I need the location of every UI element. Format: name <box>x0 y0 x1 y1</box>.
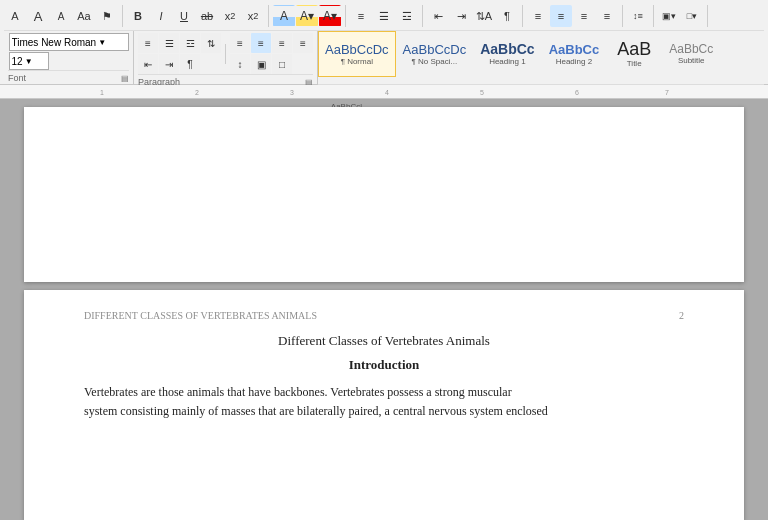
style-heading2-label: Heading 2 <box>556 57 592 66</box>
style-title-label: Title <box>627 59 642 68</box>
body-line1: Vertebrates are those animals that have … <box>84 383 684 402</box>
doc-title: Different Classes of Vertebrates Animals <box>84 333 684 349</box>
font-family-selector[interactable]: Times New Roman ▼ <box>9 33 129 51</box>
align-left-btn[interactable]: ≡ <box>527 5 549 27</box>
increase-indent-para-btn[interactable]: ⇥ <box>159 54 179 74</box>
style-subtitle-label: Subtitle <box>678 56 705 65</box>
numbering-para-btn[interactable]: ☰ <box>159 33 179 53</box>
document-area: DIFFERENT CLASSES OF VERTEBRATES ANIMALS… <box>0 99 768 520</box>
toolbar-row2: Times New Roman ▼ 12 ▼ Font ▤ <box>4 30 764 84</box>
page-2: DIFFERENT CLASSES OF VERTEBRATES ANIMALS… <box>24 290 744 520</box>
paragraph-section: ≡ ☰ ☲ ⇅ ⇤ ⇥ ¶ ≡ ≡ ≡ ≡ <box>134 31 318 84</box>
style-heading2[interactable]: AaBbCc Heading 2 <box>542 31 607 77</box>
show-para-btn[interactable]: ¶ <box>496 5 518 27</box>
styles-list: AaBbCcDc ¶ Normal AaBbCcDc ¶ No Spaci...… <box>318 31 764 84</box>
para-controls: ≡ ☰ ☲ ⇅ ⇤ ⇥ ¶ ≡ ≡ ≡ ≡ <box>138 33 313 74</box>
text-highlight-btn[interactable]: A▾ <box>296 5 318 27</box>
multilevel-para-btn[interactable]: ☲ <box>180 33 200 53</box>
shading-para-btn[interactable]: ▣ <box>251 54 271 74</box>
style-subtitle[interactable]: AaBbCc Subtitle <box>662 31 720 77</box>
spacing-group: ↕≡ <box>627 5 654 27</box>
align-right-btn[interactable]: ≡ <box>573 5 595 27</box>
italic-btn[interactable]: I <box>150 5 172 27</box>
toolbar-row1: A A A Aa ⚑ B I U ab x2 x2 A A▾ A▾ <box>4 2 764 30</box>
ruler: 1 2 3 4 5 6 7 <box>0 85 768 99</box>
para-btn-grid: ≡ ☰ ☲ ⇅ ⇤ ⇥ ¶ <box>138 33 221 74</box>
font-family-dropdown-icon[interactable]: ▼ <box>98 38 106 47</box>
numbering-btn[interactable]: ☰ <box>373 5 395 27</box>
font-controls: Times New Roman ▼ 12 ▼ <box>9 33 129 70</box>
style-heading1-label: Heading 1 <box>489 57 525 66</box>
style-no-spacing[interactable]: AaBbCcDc ¶ No Spaci... <box>396 31 474 77</box>
styles-section: AaBbCcDc ¶ Normal AaBbCcDc ¶ No Spaci...… <box>318 31 764 84</box>
clear-format-btn[interactable]: ⚑ <box>96 5 118 27</box>
subscript-btn[interactable]: x2 <box>219 5 241 27</box>
align-center-btn[interactable]: ≡ <box>550 5 572 27</box>
style-title-preview: AaB <box>617 40 651 58</box>
ruler-inner: 1 2 3 4 5 6 7 <box>0 85 768 98</box>
increase-indent-btn[interactable]: ⇥ <box>450 5 472 27</box>
font-dialog-btn[interactable]: A <box>4 5 26 27</box>
page-header: DIFFERENT CLASSES OF VERTEBRATES ANIMALS… <box>84 310 684 321</box>
show-marks-btn[interactable]: ¶ <box>180 54 200 74</box>
underline-btn[interactable]: U <box>173 5 195 27</box>
align-row1: ≡ ≡ ≡ ≡ <box>230 33 313 53</box>
list-group: ≡ ☰ ☲ <box>350 5 423 27</box>
shading-btn[interactable]: ▣▾ <box>658 5 680 27</box>
justify-btn[interactable]: ≡ <box>596 5 618 27</box>
decrease-indent-btn[interactable]: ⇤ <box>427 5 449 27</box>
align-left-para-btn[interactable]: ≡ <box>230 33 250 53</box>
change-case-btn[interactable]: Aa <box>73 5 95 27</box>
font-size-selector[interactable]: 12 ▼ <box>9 52 49 70</box>
strikethrough-btn[interactable]: ab <box>196 5 218 27</box>
page-number: 2 <box>679 310 684 321</box>
shading-group: ▣▾ □▾ <box>658 5 708 27</box>
style-no-spacing-preview: AaBbCcDc <box>403 43 467 56</box>
style-normal-label: ¶ Normal <box>341 57 373 66</box>
app-container: A A A Aa ⚑ B I U ab x2 x2 A A▾ A▾ <box>0 0 768 520</box>
page-1 <box>24 107 744 282</box>
text-style-group: B I U ab x2 x2 <box>127 5 269 27</box>
style-heading1-preview: AaBbCc <box>480 42 534 56</box>
multilevel-btn[interactable]: ☲ <box>396 5 418 27</box>
alignment-group: ≡ ≡ ≡ ≡ <box>527 5 623 27</box>
line-spacing-btn[interactable]: ↕≡ <box>627 5 649 27</box>
font-size-display: 12 <box>12 56 23 67</box>
font-size-dropdown-icon[interactable]: ▼ <box>25 57 33 66</box>
decrease-indent-para-btn[interactable]: ⇤ <box>138 54 158 74</box>
style-normal-preview: AaBbCcDc <box>325 43 389 56</box>
superscript-btn[interactable]: x2 <box>242 5 264 27</box>
font-format-group: A A A Aa ⚑ <box>4 5 123 27</box>
borders-para-btn[interactable]: □ <box>272 54 292 74</box>
effects-group: A A▾ A▾ <box>273 5 346 27</box>
style-subtitle-preview: AaBbCc <box>669 43 713 55</box>
font-name-display: Times New Roman <box>12 37 97 48</box>
line-spacing-para-btn[interactable]: ↕ <box>230 54 250 74</box>
style-normal[interactable]: AaBbCcDc ¶ Normal <box>318 31 396 77</box>
style-title[interactable]: AaB Title <box>606 31 662 77</box>
style-heading1[interactable]: AaBbCc Heading 1 <box>473 31 541 77</box>
font-shrink-btn[interactable]: A <box>50 5 72 27</box>
font-grow-btn[interactable]: A <box>27 5 49 27</box>
align-right-para-btn[interactable]: ≡ <box>272 33 292 53</box>
indent-group: ⇤ ⇥ ⇅A ¶ <box>427 5 523 27</box>
header-text: DIFFERENT CLASSES OF VERTEBRATES ANIMALS <box>84 310 317 321</box>
sort-para-btn[interactable]: ⇅ <box>201 33 221 53</box>
sort-btn[interactable]: ⇅A <box>473 5 495 27</box>
borders-btn[interactable]: □▾ <box>681 5 703 27</box>
font-expand-icon[interactable]: ▤ <box>121 74 129 83</box>
doc-subtitle: Introduction <box>84 357 684 373</box>
align-row2: ↕ ▣ □ <box>230 54 313 74</box>
align-center-para-btn[interactable]: ≡ <box>251 33 271 53</box>
text-effects-btn[interactable]: A <box>273 5 295 27</box>
para-divider <box>225 44 226 64</box>
bold-btn[interactable]: B <box>127 5 149 27</box>
style-heading2-preview: AaBbCc <box>549 43 600 56</box>
bullets-btn[interactable]: ≡ <box>350 5 372 27</box>
bullets-para-btn[interactable]: ≡ <box>138 33 158 53</box>
justify-para-btn[interactable]: ≡ <box>293 33 313 53</box>
font-section-label: Font ▤ <box>8 70 129 83</box>
doc-body: Vertebrates are those animals that have … <box>84 383 684 421</box>
font-color-btn[interactable]: A▾ <box>319 5 341 27</box>
body-line2: system consisting mainly of masses that … <box>84 402 684 421</box>
